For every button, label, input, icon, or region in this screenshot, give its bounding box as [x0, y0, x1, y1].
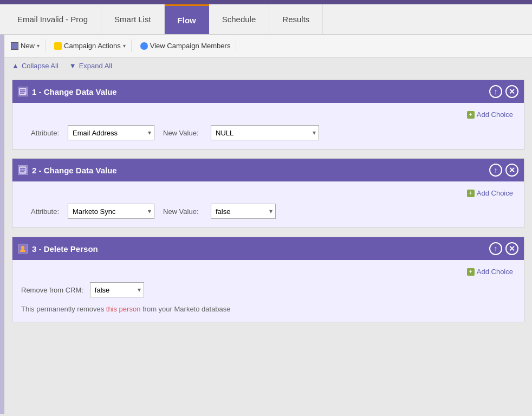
step-3-header: 3 - Delete Person ↑ ✕	[12, 237, 524, 260]
step-1-attribute-wrapper: Email Address	[68, 125, 154, 140]
step-2-add-choice-row: + Add Choice	[21, 188, 515, 198]
svg-rect-7	[20, 171, 24, 172]
step-1-close-button[interactable]: ✕	[505, 85, 518, 98]
step-1-up-button[interactable]: ↑	[489, 85, 502, 98]
new-icon	[11, 42, 18, 50]
step-1-attribute-label: Attribute:	[21, 129, 59, 137]
new-button[interactable]: New ▾	[5, 40, 46, 52]
campaign-actions-icon	[54, 42, 62, 50]
step-2-attribute-label: Attribute:	[21, 207, 59, 216]
campaign-actions-button[interactable]: Campaign Actions ▾	[49, 40, 132, 52]
collapse-row: ▲ Collapse All ▼ Expand All	[0, 57, 532, 74]
step-1-new-value-select[interactable]: NULL	[211, 125, 319, 140]
tab-schedule[interactable]: Schedule	[209, 4, 270, 34]
step-1-title: 1 - Change Data Value	[32, 87, 117, 96]
step-3-icon	[18, 244, 28, 253]
step-3-close-button[interactable]: ✕	[505, 242, 518, 255]
step-3-up-button[interactable]: ↑	[489, 242, 502, 255]
svg-rect-6	[20, 170, 25, 171]
tab-smart-list[interactable]: Smart List	[101, 4, 165, 34]
svg-rect-1	[20, 89, 25, 90]
step-2-field-row: Attribute: Marketo Sync New Value: false…	[21, 204, 515, 219]
step-1-new-value-wrapper: NULL	[211, 125, 319, 140]
expand-icon: ▼	[69, 62, 76, 70]
step-1-body: + Add Choice Attribute: Email Address Ne…	[12, 103, 524, 149]
step-2-new-value-select[interactable]: false true	[211, 204, 276, 219]
step-3-remove-select[interactable]: false true	[90, 282, 144, 297]
step-1-add-choice-row: + Add Choice	[21, 109, 515, 120]
step-1-header-left: 1 - Change Data Value	[18, 87, 117, 96]
tab-email-invalid[interactable]: Email Invalid - Prog	[4, 4, 101, 34]
step-3-actions: ↑ ✕	[489, 242, 518, 255]
svg-rect-3	[20, 93, 24, 94]
tab-results[interactable]: Results	[269, 4, 323, 34]
step-2-actions: ↑ ✕	[489, 164, 518, 177]
step-1-icon	[18, 87, 28, 96]
step-3-remove-row: Remove from CRM: false true	[21, 282, 515, 297]
top-bar	[0, 0, 532, 4]
step-3-add-choice-button[interactable]: + Add Choice	[465, 266, 515, 277]
step-2-body: + Add Choice Attribute: Marketo Sync New…	[12, 181, 524, 227]
step-3-remove-label: Remove from CRM:	[21, 286, 83, 294]
add-choice-3-icon: +	[467, 268, 475, 276]
step-2-icon	[18, 165, 28, 175]
flow-content: 1 - Change Data Value ↑ ✕ + Add Choice A…	[0, 74, 532, 399]
svg-rect-2	[20, 91, 25, 92]
step-1-header: 1 - Change Data Value ↑ ✕	[12, 80, 524, 103]
add-choice-icon: +	[467, 111, 475, 119]
add-choice-2-icon: +	[467, 190, 475, 197]
view-campaign-members-button[interactable]: View Campaign Members	[135, 40, 237, 52]
step-3-card: 3 - Delete Person ↑ ✕ + Add Choice Remov…	[12, 237, 524, 322]
step-3-header-left: 3 - Delete Person	[18, 244, 98, 253]
left-sidebar-accent	[0, 35, 4, 414]
step-2-attribute-wrapper: Marketo Sync	[68, 204, 154, 219]
step-1-add-choice-button[interactable]: + Add Choice	[465, 109, 515, 120]
step-3-title: 3 - Delete Person	[32, 244, 98, 253]
step-3-add-choice-row: + Add Choice	[21, 266, 515, 277]
campaign-actions-caret-icon: ▾	[123, 43, 126, 49]
step-2-up-button[interactable]: ↑	[489, 164, 502, 177]
step-2-header-left: 2 - Change Data Value	[18, 165, 117, 175]
collapse-all-button[interactable]: ▲ Collapse All	[12, 62, 59, 70]
view-members-icon	[140, 42, 148, 50]
step-2-add-choice-button[interactable]: + Add Choice	[465, 188, 515, 198]
step-2-title: 2 - Change Data Value	[32, 166, 117, 175]
step-1-actions: ↑ ✕	[489, 85, 518, 98]
step-3-body: + Add Choice Remove from CRM: false true…	[12, 260, 524, 322]
collapse-icon: ▲	[12, 62, 19, 70]
step-1-card: 1 - Change Data Value ↑ ✕ + Add Choice A…	[12, 80, 524, 150]
expand-all-button[interactable]: ▼ Expand All	[69, 62, 112, 70]
toolbar: New ▾ Campaign Actions ▾ View Campaign M…	[0, 35, 532, 57]
step-2-close-button[interactable]: ✕	[505, 164, 518, 177]
tab-flow[interactable]: Flow	[165, 4, 209, 34]
step-2-new-value-label: New Value:	[163, 207, 202, 216]
step-1-attribute-select[interactable]: Email Address	[68, 125, 154, 140]
step-3-remove-wrapper: false true	[90, 282, 144, 297]
step-3-warning: This permanently removes this person fro…	[21, 302, 515, 313]
step-2-header: 2 - Change Data Value ↑ ✕	[12, 159, 524, 181]
step-1-new-value-label: New Value:	[163, 129, 202, 137]
step-2-attribute-select[interactable]: Marketo Sync	[68, 204, 154, 219]
svg-point-8	[21, 246, 24, 249]
step-2-new-value-wrapper: false true	[211, 204, 276, 219]
step-2-card: 2 - Change Data Value ↑ ✕ + Add Choice A…	[12, 158, 524, 228]
tab-bar: Email Invalid - Prog Smart List Flow Sch…	[0, 4, 532, 35]
step-1-field-row: Attribute: Email Address New Value: NULL	[21, 125, 515, 140]
svg-rect-5	[20, 168, 25, 169]
new-caret-icon: ▾	[37, 43, 40, 49]
